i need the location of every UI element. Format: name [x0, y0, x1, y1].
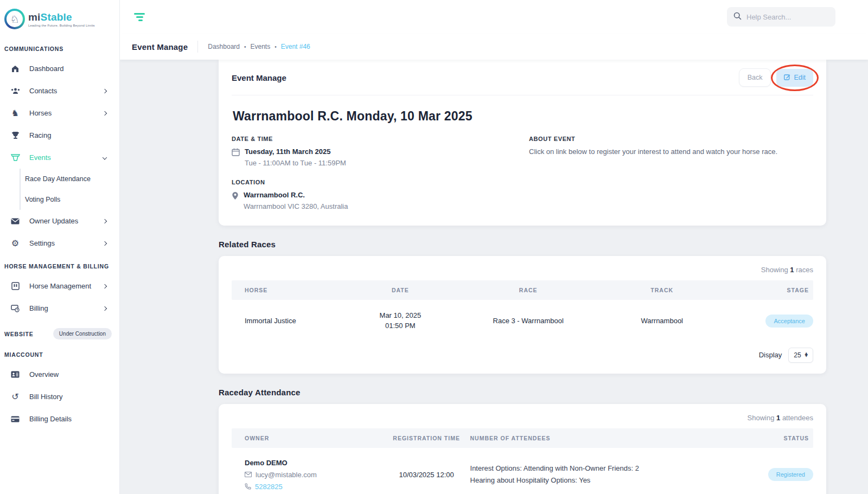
- brand-name-stable: Stable: [41, 11, 72, 23]
- location-label: LOCATION: [232, 179, 529, 185]
- sidebar-item-owner-updates[interactable]: Owner Updates: [0, 210, 119, 232]
- raceday-attendance-heading: Raceday Attendance: [219, 388, 826, 397]
- billing-clock-icon: [10, 304, 21, 312]
- app-root: ♘ miStable Leading the Future, Building …: [0, 0, 868, 494]
- edit-pencil-icon: [784, 74, 790, 82]
- help-search[interactable]: [727, 7, 835, 27]
- about-event-text: Click on link below to register your int…: [529, 147, 777, 156]
- page-content: Event Manage Back Edit Warrnambool R.C. …: [120, 60, 868, 494]
- brand-logo[interactable]: ♘ miStable Leading the Future, Building …: [0, 7, 119, 37]
- sidebar-item-bill-history[interactable]: ↺ Bill History: [0, 386, 119, 408]
- chevron-right-icon: [103, 284, 107, 288]
- col-registration-time: REGISTRATION TIME: [383, 428, 470, 448]
- hamburger-menu-icon[interactable]: [132, 11, 147, 23]
- page-title: Event Manage: [132, 42, 188, 52]
- stage-badge: Acceptance: [765, 315, 813, 328]
- related-races-pagination: Display 25 ▲▼: [232, 342, 813, 374]
- attendance-row: Demo DEMO lucy@mistable.com 5282825 10/0…: [232, 448, 813, 494]
- envelope-icon: [10, 218, 21, 224]
- home-icon: [10, 65, 21, 73]
- event-time: Tue - 11:00AM to Tue - 11:59PM: [245, 159, 346, 167]
- related-races-row: Immortal Justice Mar 10, 2025 01:50 PM R…: [232, 300, 813, 342]
- main-area: Event Manage Dashboard • Events • Event …: [120, 0, 868, 494]
- phone-icon: [245, 483, 251, 490]
- raceday-attendance-card: Showing 1 attendees OWNER REGISTRATION T…: [219, 404, 826, 494]
- breadcrumb-events[interactable]: Events: [251, 43, 271, 50]
- status-badge: Registered: [768, 468, 813, 481]
- sidebar: ♘ miStable Leading the Future, Building …: [0, 0, 120, 494]
- back-button[interactable]: Back: [739, 68, 771, 87]
- sidebar-item-label: Dashboard: [29, 65, 64, 73]
- website-section: WEBSITE Under Construction: [0, 319, 119, 343]
- chevron-right-icon: [103, 111, 107, 115]
- sidebar-item-billing[interactable]: Billing: [0, 297, 119, 319]
- race-track: Warrnambool: [598, 306, 726, 336]
- breadcrumb-separator: •: [244, 44, 246, 50]
- sidebar-item-horse-management[interactable]: Horse Management: [0, 275, 119, 297]
- location-block: LOCATION Warrnambool R.C. Warrnambool VI…: [232, 179, 529, 210]
- owner-cell: Demo DEMO lucy@mistable.com 5282825: [232, 448, 383, 494]
- breadcrumb-separator: •: [275, 44, 277, 50]
- select-arrows-icon: ▲▼: [805, 353, 808, 357]
- section-website: WEBSITE: [4, 331, 33, 337]
- breadcrumb: Dashboard • Events • Event #46: [208, 43, 310, 50]
- brand-tagline: Leading the Future, Building Beyond Limi…: [28, 24, 95, 27]
- col-track: TRACK: [598, 280, 726, 300]
- stable-door-icon: [10, 282, 21, 290]
- sidebar-item-settings[interactable]: ⚙ Settings: [0, 232, 119, 254]
- sidebar-subitem-race-day-attendance[interactable]: Race Day Attendance: [21, 169, 119, 189]
- sidebar-item-label: Race Day Attendance: [25, 175, 91, 183]
- sidebar-item-label: Horses: [29, 109, 52, 117]
- owner-phone-link[interactable]: 5282825: [255, 483, 283, 491]
- col-status: STATUS: [720, 428, 813, 448]
- datetime-block: DATE & TIME Tuesday, 11th March 2025 Tue…: [232, 136, 529, 167]
- search-input[interactable]: [746, 13, 828, 21]
- event-manage-card: Event Manage Back Edit Warrnambool R.C. …: [219, 60, 826, 226]
- col-horse: HORSE: [232, 280, 342, 300]
- col-race: RACE: [458, 280, 598, 300]
- owner-email: lucy@mistable.com: [256, 471, 317, 479]
- chevron-right-icon: [103, 88, 107, 93]
- col-owner: OWNER: [232, 428, 383, 448]
- sidebar-item-label: Overview: [29, 370, 59, 378]
- related-races-showing: Showing 1 races: [232, 256, 813, 280]
- event-name-heading: Warrnambool R.C. Monday, 10 Mar 2025: [233, 109, 813, 124]
- edit-button[interactable]: Edit: [776, 69, 813, 87]
- trophy-icon: [10, 131, 21, 139]
- breadcrumb-dashboard[interactable]: Dashboard: [208, 43, 240, 50]
- events-submenu: Race Day Attendance Voting Polls: [20, 169, 119, 210]
- topbar: [120, 0, 868, 34]
- sidebar-subitem-voting-polls[interactable]: Voting Polls: [21, 189, 119, 210]
- sidebar-item-events[interactable]: Events: [0, 146, 119, 169]
- gear-icon: ⚙: [10, 239, 21, 248]
- col-date: DATE: [342, 280, 458, 300]
- page-size-select[interactable]: 25 ▲▼: [788, 348, 813, 363]
- sidebar-item-label: Events: [29, 153, 51, 162]
- sidebar-item-racing[interactable]: Racing: [0, 124, 119, 146]
- email-icon: [245, 472, 252, 477]
- about-event-label: ABOUT EVENT: [529, 136, 777, 142]
- location-address: Warrnambool VIC 3280, Australia: [244, 202, 348, 210]
- related-races-card: Showing 1 races HORSE DATE RACE TRACK ST…: [219, 256, 826, 374]
- card-title: Event Manage: [232, 73, 286, 82]
- sidebar-item-label: Owner Updates: [29, 217, 78, 225]
- contacts-icon: [10, 87, 21, 95]
- brand-name-mi: mi: [28, 11, 41, 23]
- sidebar-item-label: Settings: [29, 239, 55, 247]
- breadcrumb-current-event: Event #46: [281, 43, 310, 50]
- location-pin-icon: [232, 191, 239, 210]
- sidebar-item-label: Voting Polls: [25, 196, 60, 203]
- attendance-table-header: OWNER REGISTRATION TIME NUMBER OF ATTEND…: [232, 428, 813, 448]
- event-flag-icon: [10, 153, 21, 162]
- sidebar-item-horses[interactable]: ♞ Horses: [0, 102, 119, 124]
- location-name: Warrnambool R.C.: [244, 191, 348, 199]
- sidebar-item-dashboard[interactable]: Dashboard: [0, 57, 119, 80]
- horse-link[interactable]: Immortal Justice: [232, 306, 342, 336]
- calendar-icon: [232, 147, 240, 167]
- sidebar-item-billing-details[interactable]: Billing Details: [0, 408, 119, 430]
- sidebar-item-contacts[interactable]: Contacts: [0, 80, 119, 102]
- attendance-status: Registered: [720, 457, 813, 492]
- breadcrumb-bar: Event Manage Dashboard • Events • Event …: [120, 34, 868, 60]
- about-event-block: ABOUT EVENT Click on link below to regis…: [529, 136, 777, 210]
- sidebar-item-overview[interactable]: Overview: [0, 363, 119, 386]
